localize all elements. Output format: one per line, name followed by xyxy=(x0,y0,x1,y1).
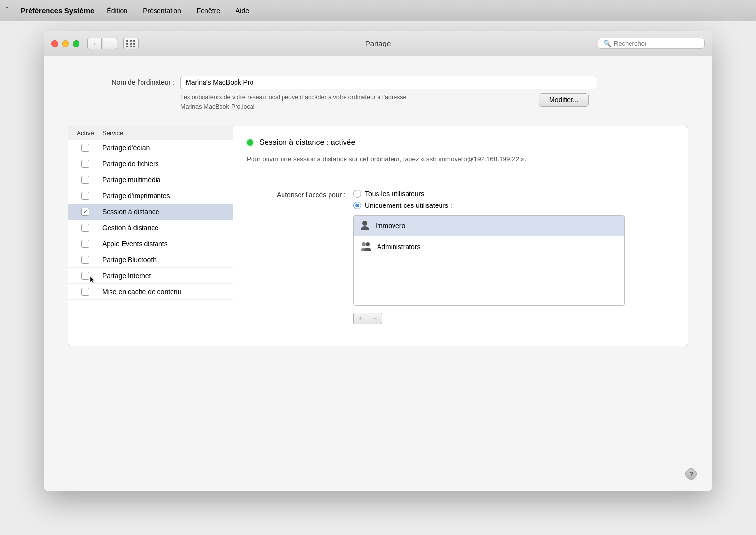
service-list: Activé Service Partage d'écran Partage d… xyxy=(68,126,233,346)
minimize-button[interactable] xyxy=(62,40,69,47)
checkbox-session-distance[interactable]: ✓ xyxy=(81,208,89,216)
svg-point-2 xyxy=(362,242,366,246)
apple-menu-icon[interactable]:  xyxy=(6,5,9,16)
checkbox-cell-partage-fichiers xyxy=(68,160,102,168)
service-name-partage-multimedia: Partage multimédia xyxy=(102,176,161,184)
checkbox-partage-fichiers[interactable] xyxy=(81,160,89,168)
service-name-partage-bluetooth: Partage Bluetooth xyxy=(102,256,157,264)
checkbox-cell-apple-events xyxy=(68,240,102,248)
checkbox-cell-partage-multimedia xyxy=(68,176,102,184)
maximize-button[interactable] xyxy=(73,40,79,47)
service-row-partage-internet[interactable]: Partage Internet xyxy=(68,268,233,284)
user-rows-container: Immovero Administrators xyxy=(354,216,624,257)
session-title: Session à distance : activée xyxy=(259,138,355,147)
checkbox-cell-partage-ecran xyxy=(68,144,102,152)
divider xyxy=(247,178,674,178)
menu-presentation[interactable]: Présentation xyxy=(140,6,184,16)
col-service-header: Service xyxy=(102,129,123,137)
checkbox-cell-partage-imprimantes xyxy=(68,192,102,200)
radio-tous-row: Tous les utilisateurs xyxy=(353,190,625,198)
computer-name-input[interactable] xyxy=(180,76,597,89)
checkbox-partage-internet[interactable] xyxy=(81,272,89,280)
service-row-partage-bluetooth[interactable]: Partage Bluetooth xyxy=(68,252,233,268)
menubar:  Préférences Système Édition Présentati… xyxy=(0,0,756,21)
close-button[interactable] xyxy=(51,40,58,47)
service-row-partage-ecran[interactable]: Partage d'écran xyxy=(68,140,233,156)
modify-button[interactable]: Modifier... xyxy=(539,93,589,107)
search-input[interactable] xyxy=(614,40,692,47)
service-row-session-distance[interactable]: ✓ Session à distance xyxy=(68,204,233,220)
radio-uniquement-row: Uniquement ces utilisateurs : xyxy=(353,202,625,209)
address-text: Les ordinateurs de votre réseau local pe… xyxy=(180,93,529,111)
svg-point-1 xyxy=(361,226,369,230)
menu-fenetre[interactable]: Fenêtre xyxy=(194,6,223,16)
app-name[interactable]: Préférences Système xyxy=(21,6,94,15)
service-row-gestion-distance[interactable]: Gestion à distance xyxy=(68,220,233,236)
service-name-partage-imprimantes: Partage d'imprimantes xyxy=(102,192,170,200)
radio-uniquement[interactable] xyxy=(353,202,361,209)
service-row-partage-multimedia[interactable]: Partage multimédia xyxy=(68,172,233,188)
main-panel: Activé Service Partage d'écran Partage d… xyxy=(68,126,688,346)
user-icon-immovero xyxy=(360,220,370,230)
svg-point-4 xyxy=(366,242,370,246)
add-user-button[interactable]: + xyxy=(353,313,368,324)
computer-name-row: Nom de l'ordinateur : xyxy=(68,76,688,89)
status-dot-green xyxy=(247,139,253,146)
back-button[interactable]: ‹ xyxy=(87,38,102,49)
checkbox-cell-mise-en-cache xyxy=(68,288,102,296)
checkbox-partage-multimedia[interactable] xyxy=(81,176,89,184)
col-active-header: Activé xyxy=(68,129,102,137)
grid-icon xyxy=(126,40,136,47)
menu-aide[interactable]: Aide xyxy=(233,6,252,16)
checkbox-cell-session-distance: ✓ xyxy=(68,208,102,216)
user-row-immovero[interactable]: Immovero xyxy=(354,216,624,236)
checkbox-apple-events[interactable] xyxy=(81,240,89,248)
nav-buttons: ‹ › xyxy=(87,38,117,49)
svg-point-0 xyxy=(362,221,367,226)
radio-tous-label: Tous les utilisateurs xyxy=(365,190,424,198)
remove-user-button[interactable]: − xyxy=(368,313,382,324)
menu-edition[interactable]: Édition xyxy=(104,6,130,16)
computer-name-label: Nom de l'ordinateur : xyxy=(68,79,174,86)
help-button[interactable]: ? xyxy=(685,468,697,480)
grid-view-button[interactable] xyxy=(123,38,139,49)
service-name-partage-ecran: Partage d'écran xyxy=(102,144,150,152)
checkbox-partage-imprimantes[interactable] xyxy=(81,192,89,200)
access-row: Autoriser l'accès pour : Tous les utilis… xyxy=(247,190,674,324)
checkbox-partage-ecran[interactable] xyxy=(81,144,89,152)
user-name-immovero: Immovero xyxy=(375,222,405,230)
detail-panel: Session à distance : activée Pour ouvrir… xyxy=(233,126,688,346)
service-name-apple-events: Apple Events distants xyxy=(102,240,168,248)
preferences-window: ‹ › Partage 🔍 Nom de l'ordinateur : Le xyxy=(44,31,712,491)
radio-uniquement-label: Uniquement ces utilisateurs : xyxy=(365,202,452,209)
service-row-mise-en-cache[interactable]: Mise en cache de contenu xyxy=(68,284,233,300)
access-options: Tous les utilisateurs Uniquement ces uti… xyxy=(353,190,625,324)
user-row-administrators[interactable]: Administrators xyxy=(354,236,624,257)
checkbox-cell-gestion-distance xyxy=(68,224,102,232)
users-empty-space xyxy=(354,257,624,305)
user-icon-administrators xyxy=(360,240,372,251)
user-icon-container-immovero xyxy=(360,220,370,232)
checkbox-partage-bluetooth[interactable] xyxy=(81,256,89,264)
search-box[interactable]: 🔍 xyxy=(598,38,705,49)
titlebar: ‹ › Partage 🔍 xyxy=(44,31,712,56)
radio-inner xyxy=(355,204,359,207)
service-row-apple-events[interactable]: Apple Events distants xyxy=(68,236,233,252)
checkbox-gestion-distance[interactable] xyxy=(81,224,89,232)
session-status-row: Session à distance : activée xyxy=(247,138,674,147)
traffic-lights xyxy=(51,40,79,47)
service-row-partage-imprimantes[interactable]: Partage d'imprimantes xyxy=(68,188,233,204)
forward-button[interactable]: › xyxy=(103,38,117,49)
search-icon: 🔍 xyxy=(603,40,611,47)
service-name-partage-fichiers: Partage de fichiers xyxy=(102,160,159,168)
radio-tous[interactable] xyxy=(353,190,361,198)
address-row: Les ordinateurs de votre réseau local pe… xyxy=(68,93,688,111)
add-remove-row: + − xyxy=(353,313,625,324)
checkbox-cell-partage-bluetooth xyxy=(68,256,102,264)
checkbox-mise-en-cache[interactable] xyxy=(81,288,89,296)
user-icon-container-administrators xyxy=(360,240,372,253)
access-label: Autoriser l'accès pour : xyxy=(247,190,353,199)
user-name-administrators: Administrators xyxy=(377,243,420,251)
service-row-partage-fichiers[interactable]: Partage de fichiers xyxy=(68,156,233,172)
service-name-gestion-distance: Gestion à distance xyxy=(102,224,158,232)
